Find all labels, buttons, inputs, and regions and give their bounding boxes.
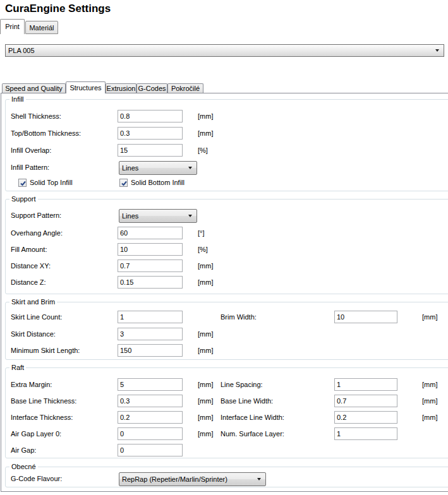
air-gap-layer0-input[interactable]	[118, 427, 183, 440]
air-gap-input[interactable]	[118, 444, 183, 456]
group-infill: Infill Shell Thickness: [mm] Top/Bottom …	[5, 99, 448, 191]
tab-speed-and-quality[interactable]: Speed and Quality	[2, 83, 66, 93]
row-support-pattern: Support Pattern: Lines	[6, 209, 448, 223]
group-raft-title: Raft	[9, 364, 26, 372]
extra-margin-input[interactable]	[118, 378, 183, 391]
infill-overlap-label: Infill Overlap:	[11, 146, 51, 154]
chevron-down-icon	[435, 49, 439, 52]
top-bottom-thickness-unit: [mm]	[198, 129, 213, 137]
interface-line-width-input[interactable]	[334, 411, 397, 424]
distance-xy-unit: [mm]	[198, 262, 213, 270]
distance-xy-label: Distance XY:	[11, 262, 51, 270]
minimum-skirt-length-input[interactable]	[118, 344, 183, 357]
brim-width-unit: [mm]	[422, 313, 437, 321]
infill-pattern-value: Lines	[122, 164, 138, 172]
page-title: CuraEngine Settings	[5, 3, 111, 15]
row-infill-pattern: Infill Pattern: Lines	[6, 161, 448, 175]
skirt-line-count-input[interactable]	[118, 311, 183, 323]
checkbox-checked-icon	[18, 179, 27, 187]
base-line-width-input[interactable]	[334, 395, 397, 407]
checkbox-checked-icon	[119, 179, 128, 187]
gcode-flavour-value: RepRap (Repetier/Marlin/Sprinter)	[122, 475, 227, 483]
row-top-bottom-thickness: Top/Bottom Thickness: [mm]	[6, 127, 448, 140]
skirt-distance-input[interactable]	[118, 328, 183, 340]
group-general-title: Obecné	[9, 463, 38, 471]
num-surface-layer-label: Num. Surface Layer:	[221, 430, 284, 438]
gcode-flavour-select[interactable]: RepRap (Repetier/Marlin/Sprinter)	[119, 472, 266, 486]
tab-advanced[interactable]: Pokročilé	[167, 83, 203, 93]
base-line-thickness-unit: [mm]	[198, 397, 213, 405]
row-air-gap-layer0: Air Gap Layer 0: [mm] Num. Surface Layer…	[6, 427, 448, 440]
row-base-line: Base Line Thickness: [mm] Base Line Widt…	[6, 395, 448, 407]
solid-top-infill-checkbox[interactable]: Solid Top Infill	[18, 178, 73, 187]
row-infill-overlap: Infill Overlap: [%]	[6, 144, 448, 157]
infill-overlap-unit: [%]	[198, 146, 208, 154]
shell-thickness-input[interactable]	[118, 110, 183, 122]
infill-pattern-label: Infill Pattern:	[11, 164, 49, 171]
tab-print[interactable]: Print	[0, 19, 25, 34]
skirt-distance-label: Skirt Distance:	[11, 330, 56, 338]
num-surface-layer-input[interactable]	[334, 427, 397, 440]
tab-gcodes[interactable]: G-Codes	[136, 83, 167, 93]
group-support: Support Support Pattern: Lines Overhang …	[5, 199, 448, 294]
distance-z-unit: [mm]	[198, 278, 213, 286]
row-gcode-flavour: G-Code Flavour: RepRap (Repetier/Marlin/…	[6, 472, 448, 486]
chevron-down-icon	[257, 478, 261, 480]
distance-xy-input[interactable]	[118, 259, 183, 272]
support-pattern-value: Lines	[122, 212, 138, 220]
chevron-down-icon	[188, 167, 192, 169]
top-bottom-thickness-label: Top/Bottom Thickness:	[11, 129, 81, 137]
profile-select[interactable]: PLA 005	[5, 44, 444, 57]
overhang-angle-label: Overhang Angle:	[11, 229, 63, 237]
row-solid-infill-checkboxes: Solid Top Infill Solid Bottom Infill	[6, 178, 448, 187]
minimum-skirt-length-label: Minimum Skirt Length:	[11, 347, 80, 354]
solid-bottom-infill-checkbox[interactable]: Solid Bottom Infill	[119, 178, 185, 187]
air-gap-layer0-unit: [mm]	[198, 430, 213, 438]
group-skirt-and-brim: Skirt and Brim Skirt Line Count: Brim Wi…	[5, 302, 448, 360]
overhang-angle-input[interactable]	[118, 227, 183, 239]
row-skirt-distance: Skirt Distance: [mm]	[6, 328, 448, 340]
fill-amount-input[interactable]	[118, 243, 183, 256]
skirt-distance-unit: [mm]	[198, 330, 213, 338]
shell-thickness-unit: [mm]	[198, 112, 213, 120]
line-spacing-input[interactable]	[334, 378, 397, 391]
fill-amount-unit: [%]	[198, 246, 208, 253]
interface-thickness-input[interactable]	[118, 411, 183, 424]
row-minimum-skirt-length: Minimum Skirt Length: [mm]	[6, 344, 448, 357]
row-extra-margin: Extra Margin: [mm] Line Spacing: [mm]	[6, 378, 448, 391]
group-support-title: Support	[9, 195, 38, 203]
interface-thickness-unit: [mm]	[198, 414, 213, 421]
solid-bottom-infill-label: Solid Bottom Infill	[131, 179, 185, 186]
brim-width-label: Brim Width:	[221, 313, 257, 321]
distance-z-input[interactable]	[118, 276, 183, 289]
group-skirt-title: Skirt and Brim	[9, 298, 57, 306]
infill-pattern-select[interactable]: Lines	[119, 161, 197, 175]
base-line-thickness-label: Base Line Thickness:	[11, 397, 76, 405]
infill-overlap-input[interactable]	[118, 144, 183, 157]
extra-margin-label: Extra Margin:	[11, 381, 52, 388]
support-pattern-label: Support Pattern:	[11, 212, 61, 219]
row-interface: Interface Thickness: [mm] Interface Line…	[6, 411, 448, 424]
brim-width-input[interactable]	[334, 311, 397, 323]
chevron-down-icon	[188, 215, 192, 217]
fill-amount-label: Fill Amount:	[11, 246, 47, 253]
base-line-thickness-input[interactable]	[118, 395, 183, 407]
base-line-width-unit: [mm]	[422, 397, 437, 405]
row-distance-xy: Distance XY: [mm]	[6, 259, 448, 272]
tab-extrusion[interactable]: Extrusion	[106, 83, 136, 93]
group-infill-title: Infill	[9, 95, 26, 104]
profile-select-value: PLA 005	[8, 47, 35, 54]
tab-material[interactable]: Materiál	[25, 21, 58, 34]
air-gap-label: Air Gap:	[11, 446, 36, 454]
extra-margin-unit: [mm]	[198, 381, 213, 388]
shell-thickness-label: Shell Thickness:	[11, 112, 61, 120]
support-pattern-select[interactable]: Lines	[119, 209, 197, 223]
curaengine-settings-window: { "window": { "title": "CuraEngine Setti…	[0, 0, 448, 495]
row-overhang-angle: Overhang Angle: [°]	[6, 227, 448, 239]
overhang-angle-unit: [°]	[198, 229, 205, 237]
row-distance-z: Distance Z: [mm]	[6, 276, 448, 289]
tab-structures[interactable]: Structures	[66, 81, 106, 93]
top-bottom-thickness-input[interactable]	[118, 127, 183, 140]
minimum-skirt-length-unit: [mm]	[198, 347, 213, 354]
air-gap-layer0-label: Air Gap Layer 0:	[11, 430, 61, 438]
